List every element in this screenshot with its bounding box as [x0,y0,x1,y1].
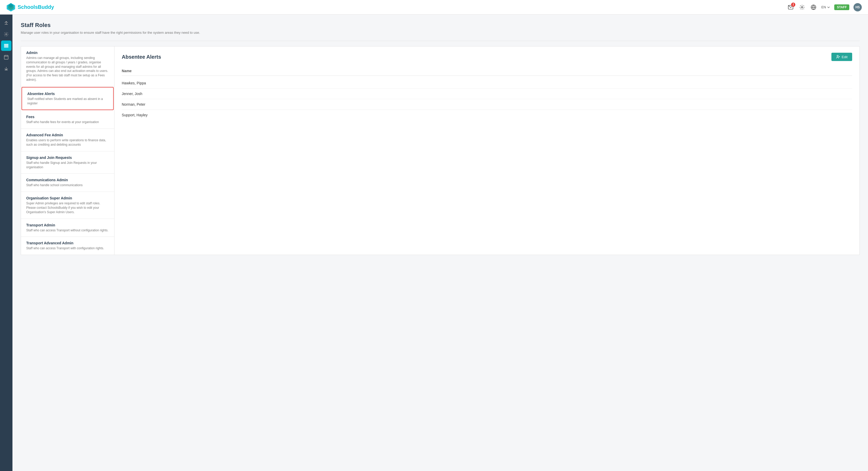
role-title: Admin [26,51,109,55]
role-title: Organisation Super Admin [26,196,109,200]
person-add-icon [836,55,840,59]
two-col-layout: Admin Admins can manage all groups, incl… [21,46,860,255]
main-content: Staff Roles Manage user roles in your or… [12,14,868,471]
role-desc: Staff who can access Transport with conf… [26,246,109,251]
role-desc: Staff who can access Transport without c… [26,228,109,233]
sidebar-item-settings[interactable] [1,29,11,39]
top-nav: SchoolsBuddy 2 EN STAFF HS [0,0,868,14]
sidebar-item-upload[interactable] [1,18,11,28]
role-item-advanced-fee-admin[interactable]: Advanced Fee Admin Enables users to perf… [21,129,114,151]
role-item-transport-advanced[interactable]: Transport Advanced Admin Staff who can a… [21,237,114,255]
role-desc: Super Admin privileges are required to e… [26,201,109,214]
roles-list: Admin Admins can manage all groups, incl… [21,46,114,255]
svg-rect-7 [4,44,8,45]
svg-rect-9 [4,47,8,47]
role-desc: Staff who handle fees for events at your… [26,120,109,124]
staff-row: Support, Hayley [122,110,852,120]
page-title: Staff Roles [21,22,860,29]
gear-icon[interactable] [799,4,806,11]
role-title: Transport Advanced Admin [26,241,109,245]
staff-row: Hawkes, Pippa [122,78,852,89]
role-detail-panel: Absentee Alerts Edit Name Hawkes, PippaJ… [114,46,860,255]
role-title: Absentee Alerts [27,92,108,96]
sidebar-item-download[interactable] [1,63,11,74]
role-detail-header: Absentee Alerts Edit [122,53,852,61]
role-desc: Enables users to perform write operation… [26,138,109,147]
divider [21,41,860,41]
role-item-comms-admin[interactable]: Communications Admin Staff who handle sc… [21,174,114,192]
logo-text: SchoolsBuddy [18,4,54,10]
svg-rect-10 [4,55,8,59]
staff-list: Hawkes, PippaJenner, JoshNorman, PeterSu… [122,78,852,120]
role-item-fees[interactable]: Fees Staff who handle fees for events at… [21,111,114,129]
role-title: Signup and Join Requests [26,155,109,160]
staff-badge: STAFF [834,4,849,10]
avatar[interactable]: HS [854,3,862,11]
staff-row: Jenner, Josh [122,89,852,99]
mail-badge: 2 [791,3,795,7]
role-item-org-super-admin[interactable]: Organisation Super Admin Super Admin pri… [21,192,114,218]
top-nav-right: 2 EN STAFF HS [787,3,862,11]
mail-icon[interactable]: 2 [787,4,794,11]
language-button[interactable]: EN [821,5,830,9]
role-desc: Staff notified when Students are marked … [27,97,108,106]
role-item-admin[interactable]: Admin Admins can manage all groups, incl… [21,47,114,86]
left-sidebar [0,14,12,471]
lang-label: EN [821,5,826,9]
sidebar-item-calendar[interactable] [1,52,11,62]
role-desc: Staff who handle Signup and Join Request… [26,161,109,170]
svg-rect-8 [4,46,8,46]
role-item-signup-join[interactable]: Signup and Join Requests Staff who handl… [21,151,114,174]
svg-point-6 [6,34,7,35]
role-title: Advanced Fee Admin [26,133,109,137]
logo-icon [6,3,16,12]
svg-point-11 [837,55,838,57]
edit-button[interactable]: Edit [831,53,852,61]
globe-icon[interactable] [810,4,817,11]
page-subtitle: Manage user roles in your organisation t… [21,31,860,34]
sidebar-item-list[interactable] [1,40,11,51]
staff-row: Norman, Peter [122,99,852,110]
role-detail-title: Absentee Alerts [122,54,161,60]
role-item-absentee-alerts[interactable]: Absentee Alerts Staff notified when Stud… [22,87,114,110]
role-title: Communications Admin [26,178,109,182]
role-title: Fees [26,115,109,119]
svg-point-4 [801,6,803,8]
name-column-header: Name [122,66,852,76]
role-desc: Staff who handle school communications [26,183,109,187]
logo[interactable]: SchoolsBuddy [6,3,54,12]
chevron-down-icon [827,6,830,9]
role-desc: Admins can manage all groups, including … [26,56,109,82]
role-title: Transport Admin [26,223,109,227]
role-item-transport-admin[interactable]: Transport Admin Staff who can access Tra… [21,219,114,237]
